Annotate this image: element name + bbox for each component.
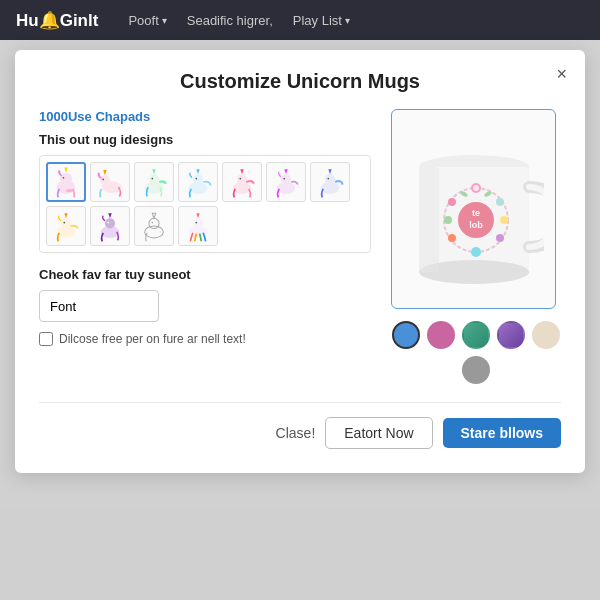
- color-swatches: [391, 321, 561, 384]
- svg-point-28: [145, 226, 164, 238]
- design-thumb-5[interactable]: [222, 162, 262, 202]
- secondary-button[interactable]: Eatort Now: [325, 417, 432, 449]
- font-section-label: Cheok fav far tuy suneot: [39, 267, 371, 282]
- content-row: 1000Use Chapads This out nug idesigns: [39, 109, 561, 384]
- logo[interactable]: Hu🔔Ginlt: [16, 10, 98, 31]
- svg-point-50: [448, 198, 456, 206]
- modal: Customize Unicorn Mugs × 1000Use Chapads…: [15, 50, 585, 473]
- svg-point-46: [496, 234, 504, 242]
- svg-point-18: [283, 178, 285, 180]
- svg-point-14: [237, 174, 247, 184]
- svg-rect-37: [419, 167, 439, 272]
- swatch-blue[interactable]: [392, 321, 420, 349]
- svg-point-15: [239, 178, 241, 180]
- svg-point-1: [60, 173, 72, 185]
- design-thumb-2[interactable]: [90, 162, 130, 202]
- svg-point-27: [107, 222, 109, 224]
- chevron-down-icon: ▾: [345, 15, 350, 26]
- right-panel: te lob: [391, 109, 561, 384]
- svg-point-30: [151, 222, 153, 224]
- svg-point-47: [471, 247, 481, 257]
- svg-point-9: [151, 178, 153, 180]
- design-thumb-8[interactable]: [46, 206, 86, 246]
- svg-point-33: [195, 222, 197, 224]
- svg-point-43: [473, 185, 479, 191]
- swatch-gray[interactable]: [462, 356, 490, 384]
- design-thumb-6[interactable]: [266, 162, 306, 202]
- designs-section-label: This out nug idesigns: [39, 132, 371, 147]
- svg-point-44: [496, 198, 504, 206]
- design-thumb-4[interactable]: [178, 162, 218, 202]
- nav-item-pooft[interactable]: Pooft ▾: [128, 13, 166, 28]
- svg-text:lob: lob: [469, 220, 483, 230]
- svg-point-20: [325, 174, 335, 184]
- close-button[interactable]: ×: [556, 64, 567, 85]
- svg-point-21: [327, 178, 329, 180]
- modal-footer: Clase! Eatort Now Stare bllows: [39, 402, 561, 449]
- free-personalization-checkbox[interactable]: [39, 332, 53, 346]
- svg-point-2: [63, 177, 65, 179]
- mug-preview-box: te lob: [391, 109, 556, 309]
- svg-point-45: [500, 216, 508, 224]
- svg-point-23: [61, 218, 71, 228]
- svg-point-26: [105, 218, 115, 228]
- left-panel: 1000Use Chapads This out nug idesigns: [39, 109, 371, 384]
- mug-svg: te lob: [404, 122, 544, 297]
- cancel-text[interactable]: Clase!: [276, 425, 316, 441]
- swatch-teal[interactable]: [462, 321, 490, 349]
- svg-point-11: [193, 174, 203, 184]
- svg-point-49: [444, 216, 452, 224]
- design-thumb-11[interactable]: [178, 206, 218, 246]
- design-thumb-3[interactable]: [134, 162, 174, 202]
- nav-item-playlist[interactable]: Play List ▾: [293, 13, 350, 28]
- svg-point-6: [102, 179, 104, 181]
- design-thumb-9[interactable]: [90, 206, 130, 246]
- modal-backdrop: Customize Unicorn Mugs × 1000Use Chapads…: [0, 40, 600, 600]
- checkbox-label: Dilcose free per on fure ar nell text!: [59, 332, 246, 346]
- svg-point-8: [149, 174, 159, 184]
- nav-item-seadific[interactable]: Seadific higrer,: [187, 13, 273, 28]
- svg-text:te: te: [471, 208, 479, 218]
- svg-point-12: [195, 178, 197, 180]
- modal-title: Customize Unicorn Mugs: [39, 70, 561, 93]
- use-chapads-link[interactable]: 1000Use Chapads: [39, 109, 371, 124]
- svg-point-17: [281, 174, 291, 184]
- design-thumb-1[interactable]: [46, 162, 86, 202]
- swatch-purple[interactable]: [497, 321, 525, 349]
- primary-button[interactable]: Stare bllows: [443, 418, 561, 448]
- checkbox-row: Dilcose free per on fure ar nell text!: [39, 332, 371, 346]
- design-thumb-7[interactable]: [310, 162, 350, 202]
- svg-point-32: [193, 218, 203, 228]
- designs-grid: [39, 155, 371, 253]
- design-thumb-10[interactable]: [134, 206, 174, 246]
- svg-point-3: [66, 189, 73, 192]
- font-input[interactable]: [39, 290, 159, 322]
- svg-point-48: [448, 234, 456, 242]
- swatch-pink[interactable]: [427, 321, 455, 349]
- svg-point-5: [100, 175, 110, 185]
- chevron-down-icon: ▾: [162, 15, 167, 26]
- swatch-cream[interactable]: [532, 321, 560, 349]
- svg-point-24: [63, 222, 65, 224]
- navbar: Hu🔔Ginlt Pooft ▾ Seadific higrer, Play L…: [0, 0, 600, 40]
